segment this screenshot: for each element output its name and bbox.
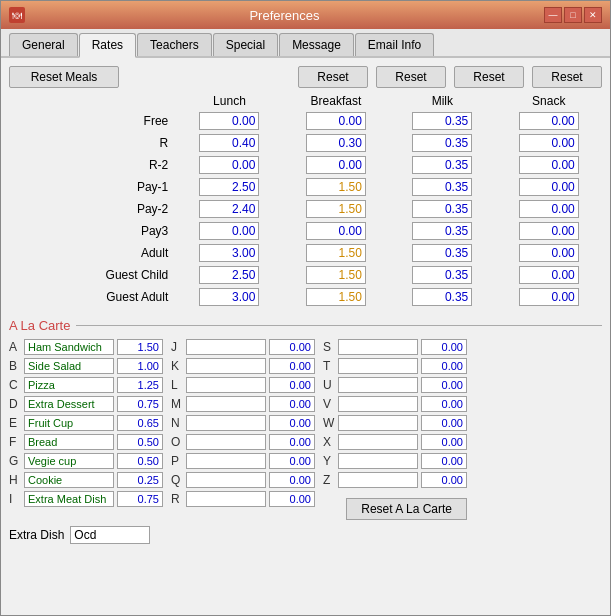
alacarte-price-U[interactable] (421, 377, 467, 393)
alacarte-name-J[interactable] (186, 339, 266, 355)
rate-breakfast-5[interactable] (306, 222, 366, 240)
alacarte-price-C[interactable] (117, 377, 163, 393)
rate-milk-6[interactable] (412, 244, 472, 262)
alacarte-name-A[interactable] (24, 339, 114, 355)
extra-dish-input[interactable] (70, 526, 150, 544)
alacarte-price-B[interactable] (117, 358, 163, 374)
alacarte-name-T[interactable] (338, 358, 418, 374)
alacarte-price-K[interactable] (269, 358, 315, 374)
rate-milk-2[interactable] (412, 156, 472, 174)
rate-breakfast-1[interactable] (306, 134, 366, 152)
rate-snack-7[interactable] (519, 266, 579, 284)
alacarte-price-F[interactable] (117, 434, 163, 450)
alacarte-price-X[interactable] (421, 434, 467, 450)
rate-snack-2[interactable] (519, 156, 579, 174)
alacarte-name-H[interactable] (24, 472, 114, 488)
alacarte-name-U[interactable] (338, 377, 418, 393)
rate-milk-8[interactable] (412, 288, 472, 306)
alacarte-price-O[interactable] (269, 434, 315, 450)
rate-lunch-0[interactable] (199, 112, 259, 130)
rate-milk-4[interactable] (412, 200, 472, 218)
rate-lunch-4[interactable] (199, 200, 259, 218)
alacarte-name-D[interactable] (24, 396, 114, 412)
tab-message[interactable]: Message (279, 33, 354, 56)
alacarte-name-Q[interactable] (186, 472, 266, 488)
rate-lunch-5[interactable] (199, 222, 259, 240)
alacarte-name-I[interactable] (24, 491, 114, 507)
rate-lunch-2[interactable] (199, 156, 259, 174)
alacarte-name-X[interactable] (338, 434, 418, 450)
alacarte-name-B[interactable] (24, 358, 114, 374)
rate-milk-3[interactable] (412, 178, 472, 196)
alacarte-name-N[interactable] (186, 415, 266, 431)
reset-snack-button[interactable]: Reset (532, 66, 602, 88)
alacarte-price-A[interactable] (117, 339, 163, 355)
tab-email-info[interactable]: Email Info (355, 33, 434, 56)
alacarte-name-G[interactable] (24, 453, 114, 469)
rate-breakfast-6[interactable] (306, 244, 366, 262)
rate-snack-0[interactable] (519, 112, 579, 130)
rate-snack-4[interactable] (519, 200, 579, 218)
rate-breakfast-2[interactable] (306, 156, 366, 174)
alacarte-price-Q[interactable] (269, 472, 315, 488)
tab-general[interactable]: General (9, 33, 78, 56)
alacarte-name-S[interactable] (338, 339, 418, 355)
alacarte-price-S[interactable] (421, 339, 467, 355)
alacarte-price-E[interactable] (117, 415, 163, 431)
alacarte-price-T[interactable] (421, 358, 467, 374)
tab-rates[interactable]: Rates (79, 33, 136, 58)
reset-breakfast-button[interactable]: Reset (376, 66, 446, 88)
rate-breakfast-3[interactable] (306, 178, 366, 196)
rate-snack-5[interactable] (519, 222, 579, 240)
alacarte-name-L[interactable] (186, 377, 266, 393)
alacarte-price-W[interactable] (421, 415, 467, 431)
rate-snack-1[interactable] (519, 134, 579, 152)
minimize-button[interactable]: — (544, 7, 562, 23)
alacarte-price-L[interactable] (269, 377, 315, 393)
alacarte-price-H[interactable] (117, 472, 163, 488)
reset-lunch-button[interactable]: Reset (298, 66, 368, 88)
rate-breakfast-0[interactable] (306, 112, 366, 130)
alacarte-price-V[interactable] (421, 396, 467, 412)
alacarte-price-D[interactable] (117, 396, 163, 412)
rate-milk-1[interactable] (412, 134, 472, 152)
alacarte-price-Y[interactable] (421, 453, 467, 469)
rate-lunch-3[interactable] (199, 178, 259, 196)
tab-teachers[interactable]: Teachers (137, 33, 212, 56)
rate-lunch-8[interactable] (199, 288, 259, 306)
alacarte-name-C[interactable] (24, 377, 114, 393)
close-button[interactable]: ✕ (584, 7, 602, 23)
rate-breakfast-8[interactable] (306, 288, 366, 306)
tab-special[interactable]: Special (213, 33, 278, 56)
alacarte-name-Y[interactable] (338, 453, 418, 469)
rate-milk-7[interactable] (412, 266, 472, 284)
alacarte-name-R[interactable] (186, 491, 266, 507)
rate-lunch-1[interactable] (199, 134, 259, 152)
rate-snack-3[interactable] (519, 178, 579, 196)
alacarte-name-F[interactable] (24, 434, 114, 450)
rate-snack-6[interactable] (519, 244, 579, 262)
reset-milk-button[interactable]: Reset (454, 66, 524, 88)
rate-lunch-6[interactable] (199, 244, 259, 262)
alacarte-name-V[interactable] (338, 396, 418, 412)
alacarte-name-Z[interactable] (338, 472, 418, 488)
alacarte-name-O[interactable] (186, 434, 266, 450)
alacarte-price-N[interactable] (269, 415, 315, 431)
maximize-button[interactable]: □ (564, 7, 582, 23)
alacarte-price-I[interactable] (117, 491, 163, 507)
alacarte-price-M[interactable] (269, 396, 315, 412)
alacarte-name-M[interactable] (186, 396, 266, 412)
alacarte-price-P[interactable] (269, 453, 315, 469)
rate-breakfast-7[interactable] (306, 266, 366, 284)
alacarte-name-P[interactable] (186, 453, 266, 469)
alacarte-name-E[interactable] (24, 415, 114, 431)
alacarte-price-G[interactable] (117, 453, 163, 469)
rate-milk-0[interactable] (412, 112, 472, 130)
rate-snack-8[interactable] (519, 288, 579, 306)
alacarte-price-R[interactable] (269, 491, 315, 507)
rate-lunch-7[interactable] (199, 266, 259, 284)
alacarte-price-J[interactable] (269, 339, 315, 355)
alacarte-name-K[interactable] (186, 358, 266, 374)
alacarte-name-W[interactable] (338, 415, 418, 431)
rate-breakfast-4[interactable] (306, 200, 366, 218)
